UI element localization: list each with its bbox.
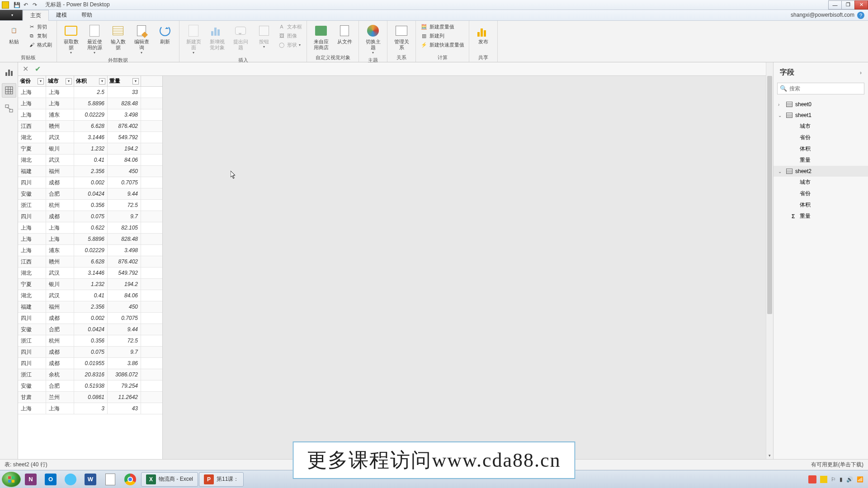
table-row[interactable]: 浙江余杭20.83163086.072	[18, 369, 162, 380]
close-button[interactable]: ✕	[854, 0, 868, 9]
scrollbar-thumb[interactable]	[767, 76, 772, 314]
cancel-formula-icon[interactable]: ✕	[23, 65, 28, 73]
field-item[interactable]: 城市	[774, 121, 868, 132]
get-data-button[interactable]: 获取数据	[61, 23, 81, 56]
table-row[interactable]: 安徽合肥0.04249.44	[18, 324, 162, 335]
table-row[interactable]: 宁夏银川1.232194.2	[18, 143, 162, 155]
redo-icon[interactable]: ↷	[31, 1, 39, 9]
file-menu-button[interactable]	[0, 10, 23, 20]
table-row[interactable]: 四川成都0.0020.7075	[18, 177, 162, 188]
enter-data-button[interactable]: 输入数据	[108, 23, 128, 52]
table-row[interactable]: 四川成都0.0759.7	[18, 347, 162, 358]
notepad-taskbar-icon[interactable]	[100, 472, 120, 487]
model-view-button[interactable]	[2, 101, 16, 116]
table-row[interactable]: 湖北武汉0.4184.06	[18, 290, 162, 301]
taskbar-app-powerpoint[interactable]: P 第11课：	[199, 472, 244, 487]
field-item[interactable]: 重量	[774, 155, 868, 166]
vertical-scrollbar[interactable]: ▾	[766, 62, 773, 459]
table-row[interactable]: 上海浦东0.022293.498	[18, 109, 162, 121]
col-header-weight[interactable]: 重量▾	[108, 76, 141, 86]
recent-sources-button[interactable]: 最近使用的源	[84, 23, 105, 56]
tab-help[interactable]: 帮助	[74, 10, 99, 20]
format-painter-button[interactable]: 🖌格式刷	[27, 41, 53, 49]
field-table[interactable]: ⌄sheet2	[774, 166, 868, 177]
tab-home[interactable]: 主页	[23, 10, 49, 21]
table-row[interactable]: 上海上海5.8896828.48	[18, 98, 162, 109]
table-row[interactable]: 四川成都0.0759.7	[18, 211, 162, 222]
table-row[interactable]: 四川成都0.019553.86	[18, 358, 162, 369]
col-header-city[interactable]: 城市▾	[46, 76, 74, 86]
table-row[interactable]: 上海上海5.8896828.48	[18, 234, 162, 245]
scroll-down-icon[interactable]: ▾	[766, 452, 773, 459]
help-icon[interactable]: ?	[857, 12, 864, 19]
table-row[interactable]: 湖北武汉3.1446549.792	[18, 132, 162, 143]
dropdown-icon[interactable]: ▾	[66, 78, 72, 84]
cut-button[interactable]: ✂剪切	[27, 23, 53, 31]
dropdown-icon[interactable]: ▾	[132, 78, 139, 84]
dropdown-icon[interactable]: ▾	[99, 78, 105, 84]
tab-modeling[interactable]: 建模	[49, 10, 74, 20]
tray-ime-icon[interactable]	[808, 475, 816, 483]
table-row[interactable]: 福建福州2.356450	[18, 166, 162, 177]
field-table[interactable]: ›sheet0	[774, 99, 868, 110]
table-row[interactable]: 湖北武汉3.1446549.792	[18, 267, 162, 279]
refresh-button[interactable]: 刷新	[155, 23, 175, 46]
table-row[interactable]: 安徽合肥0.5193879.254	[18, 380, 162, 392]
table-row[interactable]: 四川成都0.0020.7075	[18, 313, 162, 324]
new-column-button[interactable]: ▥新建列	[420, 32, 465, 40]
table-row[interactable]: 宁夏银川1.232194.2	[18, 279, 162, 290]
col-header-province[interactable]: 省份▾	[18, 76, 46, 86]
data-view-button[interactable]	[2, 83, 16, 98]
tray-flag-icon[interactable]: ⚐	[831, 476, 836, 483]
chevron-right-icon[interactable]: ›	[860, 70, 862, 76]
minimize-button[interactable]: —	[828, 0, 842, 9]
new-quick-measure-button[interactable]: ⚡新建快速度量值	[420, 41, 465, 49]
from-file-button[interactable]: 从文件	[334, 23, 355, 46]
fields-search-input[interactable]	[777, 83, 864, 94]
field-item[interactable]: Σ重量	[774, 211, 868, 222]
field-item[interactable]: 省份	[774, 188, 868, 199]
table-row[interactable]: 浙江杭州0.35672.5	[18, 335, 162, 347]
table-row[interactable]: 浙江杭州0.35672.5	[18, 200, 162, 211]
table-row[interactable]: 福建福州2.356450	[18, 301, 162, 313]
save-icon[interactable]: 💾	[13, 1, 21, 9]
table-row[interactable]: 上海浦东0.022293.498	[18, 245, 162, 256]
dropdown-icon[interactable]: ▾	[38, 78, 44, 84]
manage-relationships-button[interactable]: 管理关系	[391, 23, 412, 52]
table-row[interactable]: 上海上海0.62282.105	[18, 222, 162, 234]
field-item[interactable]: 体积	[774, 143, 868, 155]
report-view-button[interactable]	[2, 65, 16, 80]
field-item[interactable]: 城市	[774, 177, 868, 188]
tray-volume-icon[interactable]: 🔊	[846, 476, 853, 483]
undo-icon[interactable]: ↶	[22, 1, 30, 9]
table-row[interactable]: 江西赣州6.628876.402	[18, 256, 162, 267]
paste-button[interactable]: 📋 粘贴	[4, 23, 24, 46]
from-store-button[interactable]: 来自应用商店	[311, 23, 331, 52]
tray-network-icon[interactable]: 📶	[857, 476, 863, 483]
table-row[interactable]: 甘肃兰州0.086111.2642	[18, 392, 162, 403]
table-row[interactable]: 江西赣州6.628876.402	[18, 121, 162, 132]
col-header-volume[interactable]: 体积▾	[74, 76, 108, 86]
table-row[interactable]: 上海上海2.533	[18, 87, 162, 98]
chrome-taskbar-icon[interactable]	[120, 472, 140, 487]
tray-battery-icon[interactable]: ▮	[840, 476, 843, 483]
outlook-taskbar-icon[interactable]: O	[41, 472, 61, 487]
table-row[interactable]: 安徽合肥0.04249.44	[18, 188, 162, 200]
copy-button[interactable]: ⧉复制	[27, 32, 53, 40]
account-label[interactable]: shangxi@powerbisoft.com	[791, 12, 854, 18]
table-row[interactable]: 上海上海343	[18, 403, 162, 414]
field-item[interactable]: 省份	[774, 132, 868, 143]
start-button[interactable]	[2, 472, 21, 487]
edit-queries-button[interactable]: 编辑查询	[131, 23, 152, 56]
commit-formula-icon[interactable]: ✔	[35, 65, 41, 73]
field-item[interactable]: 体积	[774, 199, 868, 211]
status-update-link[interactable]: 有可用更新(单击下载)	[811, 461, 863, 469]
onenote-taskbar-icon[interactable]: N	[21, 472, 41, 487]
taskbar-app-excel[interactable]: X 物流商 - Excel	[141, 472, 198, 487]
new-measure-button[interactable]: 🧮新建度量值	[420, 23, 465, 31]
tray-powerbi-icon[interactable]	[820, 476, 827, 483]
table-row[interactable]: 湖北武汉0.4184.06	[18, 155, 162, 166]
word-taskbar-icon[interactable]: W	[80, 472, 100, 487]
switch-theme-button[interactable]: 切换主题	[363, 23, 383, 56]
field-table[interactable]: ⌄sheet1	[774, 110, 868, 121]
